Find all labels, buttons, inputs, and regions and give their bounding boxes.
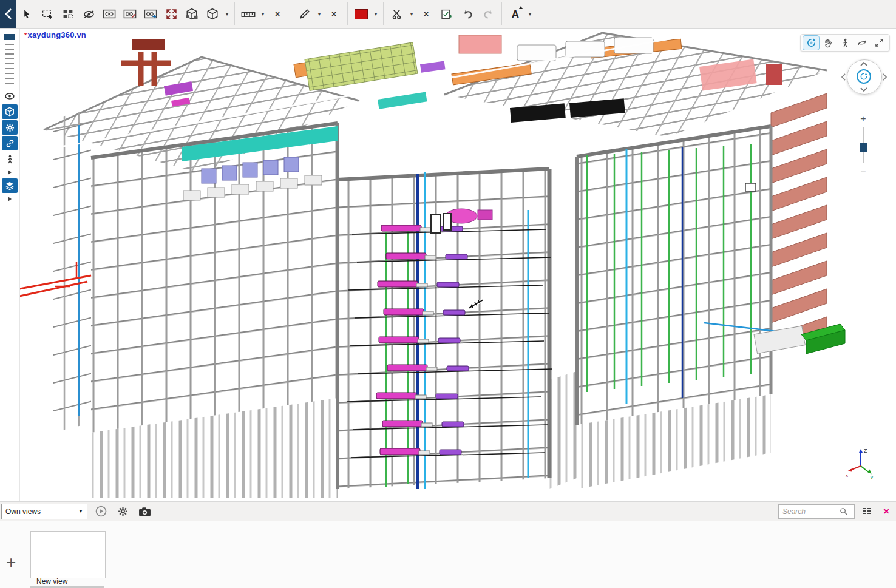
expand-arrows-icon [166, 8, 177, 20]
measure-tool-button[interactable] [239, 3, 258, 25]
view-cube-dropdown[interactable]: ▾ [223, 3, 231, 25]
axes-gizmo: Z x y [845, 445, 874, 479]
markup-color-button[interactable] [351, 3, 371, 25]
markup-pen-close-button[interactable]: × [324, 3, 344, 25]
watermark: *xaydung360.vn [24, 30, 86, 39]
opacity-slider-thumb[interactable] [4, 34, 15, 40]
left-sidebar [0, 28, 20, 501]
zoom-slider[interactable] [863, 127, 864, 163]
wheel-down-button[interactable] [860, 86, 868, 92]
markup-pen-button[interactable] [295, 3, 314, 25]
model-viewport: *xaydung360.vn [19, 28, 896, 501]
chevron-left-icon [5, 8, 12, 19]
hide-object-button[interactable] [79, 3, 98, 25]
visibility-preset-1-button[interactable] [100, 3, 119, 25]
eye-box-pen-icon [123, 9, 137, 19]
caret-down-icon: ▾ [262, 11, 265, 17]
zoom-out-button[interactable]: − [857, 165, 869, 177]
sidebar-layers-button[interactable] [2, 178, 18, 193]
markup-pen-dropdown[interactable]: ▾ [315, 3, 324, 25]
sidebar-visibility-button[interactable] [2, 89, 18, 103]
clip-plane-close-button[interactable]: × [416, 3, 436, 25]
chevron-up-icon [860, 62, 867, 66]
marquee-select-icon [42, 9, 53, 19]
view-thumbnail[interactable] [30, 531, 106, 578]
zoom-slider-thumb[interactable] [860, 143, 867, 152]
redo-icon [483, 9, 494, 19]
axis-y-label: y [871, 475, 873, 479]
gear-icon [118, 506, 128, 516]
back-button[interactable] [0, 0, 16, 28]
assembly-cube-button[interactable] [182, 3, 202, 25]
sidebar-model-button[interactable] [2, 104, 18, 119]
clip-plane-button[interactable] [387, 3, 407, 25]
chevron-right-icon [883, 73, 887, 81]
search-input[interactable] [781, 507, 840, 516]
wheel-left-button[interactable] [840, 73, 846, 81]
look-around-button[interactable] [854, 36, 870, 50]
wheel-orbit-button[interactable] [857, 69, 871, 84]
main-toolbar: ▾ ▾ × ▾ × ▾ [0, 0, 896, 29]
text-markup-button[interactable]: A [506, 3, 525, 25]
pen-icon [299, 8, 310, 19]
visibility-preset-2-button[interactable] [120, 3, 140, 25]
fit-view-button[interactable] [161, 3, 181, 25]
list-view-button[interactable] [858, 504, 875, 519]
wheel-up-button[interactable] [860, 61, 868, 67]
views-dropdown[interactable]: Own views ▼ [1, 504, 87, 519]
measure-close-button[interactable]: × [268, 3, 287, 25]
opacity-slider[interactable] [5, 34, 14, 84]
pan-button[interactable] [820, 36, 836, 50]
visibility-preset-3-button[interactable] [141, 3, 160, 25]
orbit-button[interactable] [803, 36, 819, 50]
eye-icon [4, 92, 15, 100]
toolbar-separator [234, 2, 235, 25]
turn-arrows-icon [857, 39, 867, 47]
sidebar-expand-button[interactable] [2, 165, 18, 180]
color-swatch-red [355, 9, 368, 19]
redo-button[interactable] [478, 3, 498, 25]
assembly-cube-icon [186, 8, 198, 20]
toolbar-separator [501, 2, 502, 25]
cube-icon [5, 107, 15, 117]
model-3d-view[interactable] [19, 28, 896, 501]
caret-down-icon: ▾ [375, 11, 378, 17]
link-icon [5, 139, 15, 148]
navigation-toolbar [800, 34, 890, 52]
markup-color-dropdown[interactable]: ▾ [372, 3, 380, 25]
text-markup-dropdown[interactable]: ▾ [526, 3, 534, 25]
close-panel-button[interactable]: × [879, 505, 894, 518]
note-check-button[interactable] [437, 3, 456, 25]
toolbar-separator [383, 2, 384, 25]
navigation-wheel [840, 58, 888, 98]
sidebar-link-button[interactable] [2, 136, 18, 150]
axis-x-label: x [846, 473, 848, 478]
triangle-right-icon [7, 196, 12, 202]
eye-box-icon [103, 9, 116, 19]
play-views-button[interactable] [92, 504, 109, 519]
zoom-in-button[interactable]: + [857, 113, 869, 125]
pick-select-button[interactable] [58, 3, 78, 25]
measure-dropdown[interactable]: ▾ [259, 3, 267, 25]
note-check-icon [441, 9, 453, 19]
undo-button[interactable] [458, 3, 477, 25]
walk-button[interactable] [837, 36, 853, 50]
select-tool-button[interactable] [17, 3, 36, 25]
add-view-button[interactable]: + [6, 554, 16, 571]
view-cube-button[interactable] [203, 3, 222, 25]
fullscreen-button[interactable] [871, 36, 887, 50]
view-label: New view [36, 577, 67, 586]
eye-box-arrow-icon [144, 9, 157, 19]
close-icon: × [424, 9, 429, 19]
capture-view-button[interactable] [136, 504, 153, 519]
layers-icon [5, 181, 15, 190]
watermark-text: xaydung360.vn [27, 30, 86, 39]
marquee-select-button[interactable] [38, 3, 57, 25]
sidebar-walkthrough-button[interactable] [2, 152, 18, 166]
wheel-right-button[interactable] [881, 73, 888, 81]
views-dropdown-value: Own views [5, 507, 41, 516]
sidebar-settings-button[interactable] [2, 120, 18, 135]
view-settings-button[interactable] [114, 504, 131, 519]
sidebar-expand-button-2[interactable] [2, 192, 18, 206]
clip-plane-dropdown[interactable]: ▾ [407, 3, 416, 25]
